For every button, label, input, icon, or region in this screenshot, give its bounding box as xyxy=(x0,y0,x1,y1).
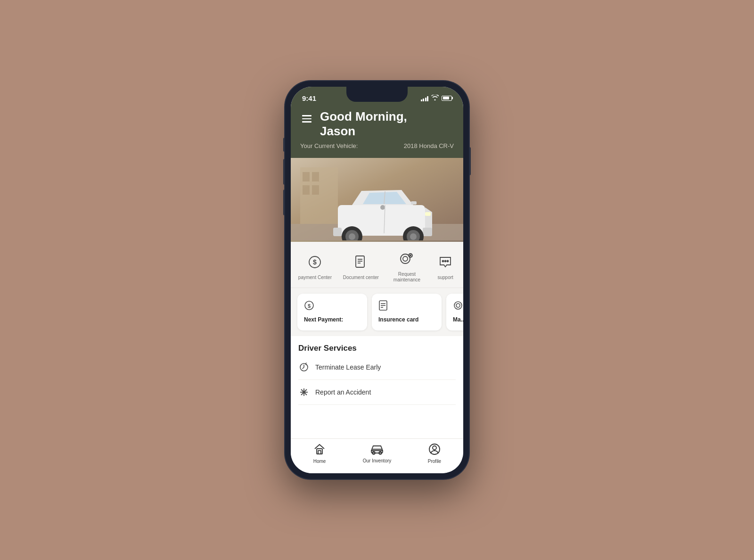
quick-actions-bar: $ payment Center Document cen xyxy=(291,242,463,288)
car-icon xyxy=(370,443,384,457)
nav-home-label: Home xyxy=(313,459,326,464)
payment-center-action[interactable]: $ payment Center xyxy=(298,252,332,280)
svg-point-42 xyxy=(456,304,460,307)
profile-icon xyxy=(428,443,441,457)
nav-profile-label: Profile xyxy=(428,459,441,464)
svg-rect-48 xyxy=(317,449,322,454)
next-payment-card[interactable]: $ Next Payment: xyxy=(297,294,367,330)
svg-point-13 xyxy=(410,233,417,240)
svg-point-33 xyxy=(445,260,446,262)
nav-profile[interactable]: Profile xyxy=(418,443,451,464)
app-header: Good Morning, Jason Your Current Vehicle… xyxy=(291,107,463,158)
maintenance-quick-title: Ma... xyxy=(453,316,463,324)
terminate-lease-label: Terminate Lease Early xyxy=(315,363,381,371)
battery-icon xyxy=(442,96,452,101)
home-icon xyxy=(313,443,326,457)
phone-frame: 9:41 xyxy=(285,81,469,479)
svg-point-34 xyxy=(447,260,449,262)
svg-rect-9 xyxy=(333,228,342,236)
maintenance-quick-icon xyxy=(453,300,463,311)
power-button xyxy=(469,147,471,175)
hamburger-menu-button[interactable] xyxy=(300,113,313,124)
svg-rect-8 xyxy=(423,228,432,236)
bottom-nav: Home Our Inventory xyxy=(291,438,463,473)
svg-rect-5 xyxy=(312,185,319,195)
svg-rect-50 xyxy=(371,449,383,453)
support-icon xyxy=(435,252,456,272)
payment-center-icon: $ xyxy=(304,252,325,272)
signal-icon xyxy=(421,95,429,101)
svg-rect-17 xyxy=(425,212,431,216)
request-maintenance-icon xyxy=(396,248,417,269)
svg-point-32 xyxy=(443,260,444,262)
wifi-icon xyxy=(431,94,439,102)
volume-up-button xyxy=(283,138,285,152)
driver-services-section: Driver Services Terminate Lease Early xyxy=(291,336,463,438)
insurance-card-icon xyxy=(378,300,388,311)
document-center-label: Document center xyxy=(343,275,379,280)
svg-point-18 xyxy=(380,205,385,210)
svg-point-55 xyxy=(433,446,436,450)
page-background: 9:41 xyxy=(0,0,754,560)
car-illustration xyxy=(291,158,463,240)
svg-rect-49 xyxy=(318,451,321,454)
svg-text:$: $ xyxy=(313,258,317,266)
vehicle-label: Your Current Vehicle: xyxy=(300,142,358,149)
phone-screen: 9:41 xyxy=(291,87,463,473)
svg-rect-4 xyxy=(303,185,310,195)
request-maintenance-action[interactable]: Request maintenance xyxy=(390,248,424,283)
next-payment-icon: $ xyxy=(304,300,314,311)
greeting-name: Jason xyxy=(320,124,407,139)
support-label: support xyxy=(437,275,453,280)
status-time: 9:41 xyxy=(302,94,316,102)
driver-services-title: Driver Services xyxy=(298,344,456,353)
svg-point-41 xyxy=(454,302,462,309)
insurance-card-title: Insurence card xyxy=(378,316,435,324)
request-maintenance-label: Request maintenance xyxy=(390,272,424,283)
document-center-action[interactable]: Document center xyxy=(343,252,379,280)
terminate-lease-item[interactable]: Terminate Lease Early xyxy=(298,355,456,380)
report-accident-label: Report an Accident xyxy=(315,388,371,396)
volume-down-button xyxy=(283,159,285,185)
nav-inventory-label: Our Inventory xyxy=(363,458,392,464)
svg-point-16 xyxy=(349,233,355,240)
svg-rect-2 xyxy=(303,172,310,181)
svg-text:$: $ xyxy=(308,303,311,309)
svg-rect-3 xyxy=(312,172,319,181)
report-accident-item[interactable]: Report an Accident xyxy=(298,380,456,405)
greeting-line1: Good Morning, xyxy=(320,109,407,124)
insurance-card[interactable]: Insurence card xyxy=(372,294,442,330)
phone-notch xyxy=(346,87,408,102)
payment-center-label: payment Center xyxy=(298,275,332,280)
report-accident-icon xyxy=(298,387,310,398)
nav-inventory[interactable]: Our Inventory xyxy=(361,443,393,464)
document-center-icon xyxy=(351,252,371,272)
maintenance-quick-card[interactable]: Ma... xyxy=(446,294,463,330)
terminate-lease-icon xyxy=(298,362,310,373)
status-icons xyxy=(421,94,452,102)
car-image-area xyxy=(291,158,463,242)
svg-rect-23 xyxy=(356,256,364,267)
mute-button xyxy=(283,189,285,215)
nav-home[interactable]: Home xyxy=(303,443,336,464)
svg-point-28 xyxy=(403,256,408,261)
vehicle-name: 2018 Honda CR-V xyxy=(404,142,454,149)
support-action[interactable]: support xyxy=(435,252,456,280)
next-payment-title: Next Payment: xyxy=(304,316,361,324)
svg-rect-20 xyxy=(411,201,417,205)
cards-row: $ Next Payment: Insurence card xyxy=(291,288,463,336)
